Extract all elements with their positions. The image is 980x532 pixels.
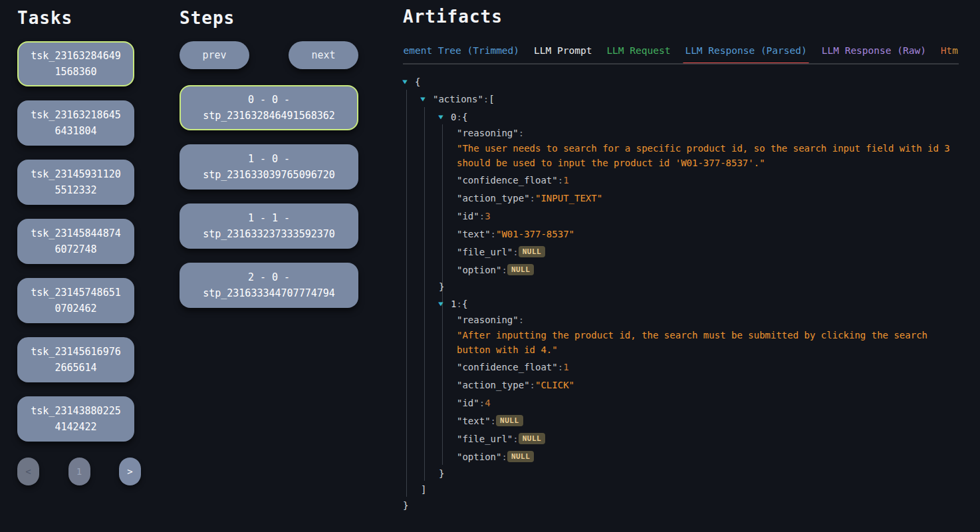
step-item[interactable]: 1 - 0 -stp_231633039765096720 [180,144,358,190]
step-prefix-line: 2 - 0 - [185,269,353,285]
step-item[interactable]: 1 - 1 -stp_231633237333592370 [180,203,358,249]
task-item[interactable]: tsk_231632846491568360 [17,41,134,86]
tab-llm-response-raw-[interactable]: LLM Response (Raw) [822,45,926,56]
json-line: ▼"actions" : [ [403,90,961,108]
json-token-strb: "The user needs to search for a specific… [457,140,950,171]
task-item[interactable]: tsk_231438802254142422 [17,396,134,442]
step-item[interactable]: 0 - 0 -stp_231632846491568362 [180,85,358,130]
json-token-num: 3 [485,211,490,221]
step-id-line: stp_231633237333592370 [185,226,353,242]
json-line: "id" : 3 [403,207,961,225]
json-token-punc: : [456,299,461,309]
json-token-num: 4 [485,398,490,408]
json-line: "reasoning" : [403,126,961,140]
json-token-punc: : [530,193,535,203]
step-item[interactable]: 2 - 0 -stp_231633344707774794 [180,263,358,308]
steps-panel: Steps prev next 0 - 0 -stp_2316328464915… [180,8,358,308]
json-line: "reasoning" : [403,313,961,327]
step-id-line: stp_231633039765096720 [185,167,353,183]
tab-element-tree-trimmed-[interactable]: Element Tree (Trimmed) [403,45,519,56]
artifacts-title: Artifacts [403,7,961,29]
json-token-index: 0 [451,112,456,122]
json-token-str: "CLICK" [535,380,574,390]
json-token-strb: "After inputting the product id, the sea… [457,327,950,358]
json-token-brace: { [462,299,467,309]
prev-step-button[interactable]: prev [180,41,249,69]
pagination-next-button[interactable]: > [119,458,141,485]
json-token-key: "reasoning" [457,315,519,325]
json-token-key: "confidence_float" [457,362,558,372]
tab-llm-request[interactable]: LLM Request [606,45,670,56]
json-token-punc: : [519,128,524,138]
step-prefix-line: 1 - 0 - [185,151,353,167]
task-id-line: 1568360 [23,64,129,80]
json-line: "confidence_float" : 1 [403,171,961,189]
collapse-arrow-icon[interactable]: ▼ [438,301,443,307]
tab-llm-response-parsed-[interactable]: LLM Response (Parsed) [685,45,806,56]
artifacts-panel: Artifacts Element Tree (Trimmed)LLM Prom… [403,7,961,513]
artifacts-tab-strip: Element Tree (Trimmed)LLM PromptLLM Requ… [403,45,959,65]
json-token-punc: : [519,315,524,325]
collapse-arrow-icon[interactable]: ▼ [420,96,426,102]
task-id-line: 0702462 [23,301,129,317]
json-token-punc: : [501,452,507,462]
json-token-punc: : [558,175,563,186]
json-line: } [403,497,961,513]
json-token-str: "INPUT_TEXT" [535,193,602,203]
json-token-punc: : [483,94,489,104]
collapse-arrow-icon[interactable]: ▼ [438,114,443,120]
task-item[interactable]: tsk_231456169762665614 [17,337,134,382]
json-token-brace: } [403,500,408,511]
json-token-key: "option" [457,452,501,462]
json-line: "confidence_float" : 1 [403,358,961,376]
json-line: "option" : NULL [403,448,961,466]
task-id-line: 5512332 [23,182,129,198]
json-line: ▼1 : { [403,295,961,313]
json-token-punc: : [479,211,485,221]
collapse-arrow-icon[interactable]: ▼ [402,78,408,85]
task-id-line: tsk_23143880225 [23,403,129,419]
json-token-punc: : [513,247,518,257]
task-id-line: 6072748 [23,241,129,257]
json-line: } [403,279,961,295]
tasks-pagination: < 1 > [17,458,141,485]
task-item[interactable]: tsk_231459311205512332 [17,160,134,205]
null-badge: NULL [496,415,523,426]
step-id-line: stp_231633344707774794 [185,285,353,301]
json-token-key: "actions" [433,94,483,104]
json-line: "id" : 4 [403,394,961,412]
next-step-button[interactable]: next [289,41,358,69]
json-token-key: "reasoning" [457,128,519,138]
task-item[interactable]: tsk_231457486510702462 [17,278,134,323]
json-line: "text" : "W01-377-8537" [403,225,961,243]
task-item[interactable]: tsk_231632186456431804 [17,100,134,146]
tab-llm-prompt[interactable]: LLM Prompt [534,45,592,56]
json-line: ▼0 : { [403,108,961,126]
json-line: ▼{ [403,74,961,90]
null-badge: NULL [507,264,535,275]
tab-html-raw-[interactable]: Html (Raw) [941,45,959,56]
json-line: ] [403,481,961,497]
json-line: "The user needs to search for a specific… [403,140,961,171]
task-list: tsk_231632846491568360tsk_23163218645643… [17,41,134,442]
task-item[interactable]: tsk_231458448746072748 [17,219,134,264]
pagination-prev-button[interactable]: < [17,458,39,485]
json-token-brace: { [415,76,420,87]
json-token-brace: } [439,468,444,479]
json-line: "After inputting the product id, the sea… [403,327,961,358]
json-token-key: "option" [457,265,501,275]
task-id-line: 4142422 [23,419,129,435]
json-token-punc: : [558,362,563,372]
tasks-title: Tasks [17,8,134,31]
json-line: "action_type" : "INPUT_TEXT" [403,189,961,207]
task-id-line: tsk_23163218645 [23,107,129,123]
json-token-punc: : [530,380,535,390]
json-line: "text" : NULL [403,412,961,430]
json-token-key: "confidence_float" [457,175,558,186]
json-token-punc: : [491,416,496,426]
pagination-page-1-button[interactable]: 1 [68,458,90,485]
task-id-line: tsk_23145931120 [23,166,129,182]
json-token-brace: ] [421,484,426,495]
task-id-line: tsk_23163284649 [23,48,129,64]
step-list: 0 - 0 -stp_2316328464915683621 - 0 -stp_… [180,85,358,308]
